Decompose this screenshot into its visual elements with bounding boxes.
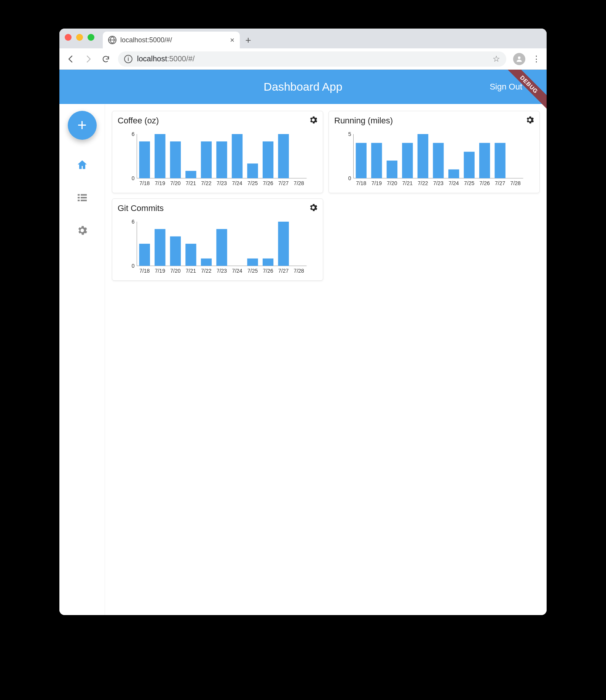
chart-coffee: 067/187/197/207/217/227/237/247/257/267/… — [118, 130, 317, 187]
gear-icon[interactable] — [525, 115, 535, 126]
svg-rect-46 — [433, 143, 443, 178]
gear-icon[interactable] — [308, 115, 318, 126]
svg-rect-4 — [81, 197, 87, 198]
address-bar[interactable]: i localhost:5000/#/ ☆ — [118, 51, 506, 67]
forward-button[interactable] — [83, 54, 94, 64]
sidebar-item-list[interactable] — [76, 192, 88, 205]
back-button[interactable] — [65, 54, 76, 64]
svg-text:7/24: 7/24 — [232, 180, 242, 186]
svg-text:7/27: 7/27 — [495, 180, 505, 186]
svg-rect-54 — [494, 143, 505, 178]
svg-text:7/27: 7/27 — [278, 180, 289, 186]
svg-rect-25 — [247, 163, 258, 178]
svg-rect-11 — [139, 141, 150, 178]
card-title: Running (miles) — [334, 116, 534, 126]
svg-rect-36 — [356, 143, 367, 178]
svg-rect-27 — [263, 141, 273, 178]
window-minimize-button[interactable] — [76, 34, 83, 41]
svg-rect-52 — [479, 143, 490, 178]
svg-text:7/26: 7/26 — [263, 180, 273, 186]
svg-text:7/26: 7/26 — [480, 180, 490, 186]
new-tab-button[interactable]: + — [240, 32, 257, 48]
window-close-button[interactable] — [65, 34, 72, 41]
window-zoom-button[interactable] — [88, 34, 94, 41]
svg-text:7/24: 7/24 — [232, 268, 242, 274]
svg-text:7/20: 7/20 — [170, 180, 180, 186]
svg-text:7/23: 7/23 — [217, 180, 227, 186]
svg-text:7/23: 7/23 — [217, 268, 227, 274]
svg-text:5: 5 — [348, 131, 351, 137]
svg-rect-78 — [278, 222, 289, 266]
svg-text:0: 0 — [132, 175, 135, 181]
sidebar-item-settings[interactable] — [76, 224, 88, 238]
svg-text:7/24: 7/24 — [448, 180, 459, 186]
globe-icon — [108, 36, 116, 44]
svg-text:7/25: 7/25 — [247, 180, 258, 186]
svg-rect-71 — [216, 229, 227, 266]
sidebar: + — [59, 104, 105, 615]
svg-text:0: 0 — [132, 263, 135, 269]
svg-text:0: 0 — [348, 175, 351, 181]
svg-text:7/25: 7/25 — [464, 180, 474, 186]
chart-running: 057/187/197/207/217/227/237/247/257/267/… — [334, 130, 534, 187]
svg-rect-61 — [139, 244, 150, 266]
browser-tabstrip: localhost:5000/#/ × + — [59, 29, 547, 48]
svg-rect-19 — [201, 141, 212, 178]
browser-tab[interactable]: localhost:5000/#/ × — [103, 32, 240, 48]
svg-text:7/19: 7/19 — [155, 268, 165, 274]
svg-rect-17 — [185, 171, 196, 178]
sign-out-button[interactable]: Sign Out — [490, 82, 537, 92]
svg-text:7/18: 7/18 — [139, 180, 150, 186]
svg-rect-48 — [448, 169, 459, 178]
svg-rect-23 — [232, 134, 242, 178]
svg-rect-13 — [155, 134, 165, 178]
svg-text:6: 6 — [132, 131, 135, 137]
app-title: Dashboard App — [264, 80, 343, 93]
url-host: localhost — [137, 54, 167, 63]
chart-commits: 067/187/197/207/217/227/237/247/257/267/… — [118, 218, 317, 275]
app-header: Dashboard App Sign Out DEBUG — [59, 70, 547, 104]
svg-text:7/19: 7/19 — [155, 180, 165, 186]
bookmark-star-icon[interactable]: ☆ — [493, 54, 500, 64]
svg-text:7/20: 7/20 — [170, 268, 180, 274]
plus-icon: + — [77, 116, 87, 134]
svg-rect-42 — [402, 143, 413, 178]
browser-toolbar: i localhost:5000/#/ ☆ ⋮ — [59, 48, 547, 70]
svg-rect-40 — [387, 161, 397, 178]
svg-rect-65 — [170, 237, 181, 266]
app-root: Dashboard App Sign Out DEBUG + — [59, 70, 547, 615]
svg-text:7/28: 7/28 — [294, 268, 304, 274]
svg-text:7/21: 7/21 — [186, 180, 196, 186]
card-running: Running (miles) 057/187/197/207/217/227/… — [329, 111, 540, 193]
svg-text:7/18: 7/18 — [356, 180, 366, 186]
svg-text:7/25: 7/25 — [247, 268, 258, 274]
svg-rect-63 — [155, 229, 165, 266]
browser-menu-button[interactable]: ⋮ — [532, 54, 541, 64]
browser-window: localhost:5000/#/ × + i localhost:5000/#… — [59, 29, 547, 615]
svg-rect-29 — [278, 134, 289, 178]
url-path: :5000/#/ — [167, 54, 195, 63]
svg-text:7/21: 7/21 — [402, 180, 413, 186]
sidebar-item-home[interactable] — [76, 159, 88, 173]
svg-rect-3 — [78, 197, 80, 198]
gear-icon[interactable] — [308, 203, 318, 214]
svg-text:7/22: 7/22 — [201, 180, 211, 186]
svg-text:7/26: 7/26 — [263, 268, 273, 274]
svg-text:7/22: 7/22 — [201, 268, 211, 274]
svg-text:7/18: 7/18 — [139, 268, 150, 274]
svg-rect-2 — [81, 194, 87, 196]
card-commits: Git Commits 067/187/197/207/217/227/237/… — [112, 198, 323, 281]
site-info-icon[interactable]: i — [124, 55, 132, 63]
svg-rect-15 — [170, 141, 181, 178]
svg-rect-74 — [247, 259, 258, 266]
tab-close-button[interactable]: × — [230, 36, 234, 45]
profile-avatar[interactable] — [513, 53, 525, 65]
svg-text:7/28: 7/28 — [294, 180, 304, 186]
add-fab-button[interactable]: + — [68, 111, 97, 140]
svg-text:7/20: 7/20 — [387, 180, 397, 186]
app-body: + Coffee (oz) 067/187/197 — [59, 104, 547, 615]
svg-text:7/22: 7/22 — [418, 180, 428, 186]
svg-text:7/19: 7/19 — [372, 180, 382, 186]
svg-text:7/21: 7/21 — [186, 268, 196, 274]
reload-button[interactable] — [100, 54, 111, 64]
